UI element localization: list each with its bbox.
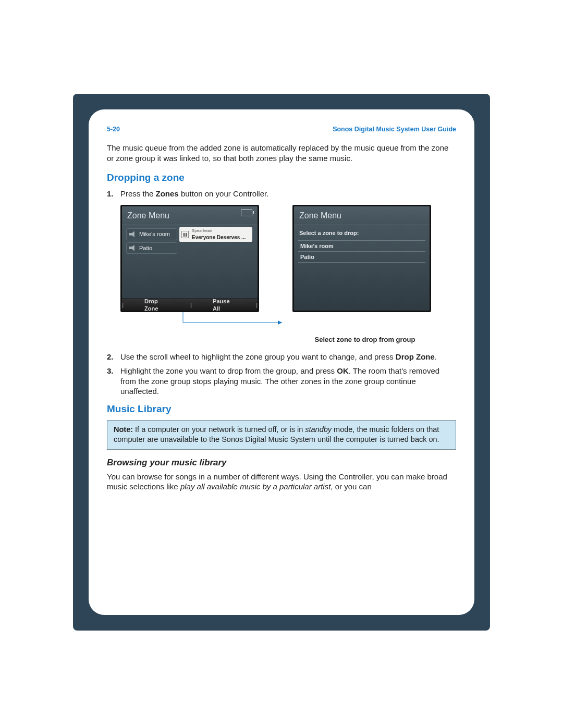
pause-icon: [181, 231, 189, 238]
svg-marker-0: [278, 320, 282, 325]
softkey-pause-all: Pause All: [213, 298, 235, 312]
browse-ital: play all available music by a particular…: [180, 482, 331, 491]
steps-list: 1. Press the Zones button on your Contro…: [107, 189, 456, 199]
step-number: 1.: [107, 189, 114, 199]
battery-icon: [241, 209, 252, 216]
callout-connector: [120, 312, 433, 333]
controller-screenshot-left: Zone Menu Mike's room Patio: [120, 205, 259, 312]
subheading-browsing: Browsing your music library: [107, 457, 456, 468]
screen-title: Zone Menu: [294, 206, 430, 225]
step-text: Press the: [120, 189, 156, 198]
step-1: 1. Press the Zones button on your Contro…: [107, 189, 456, 199]
speaker-icon: [129, 231, 137, 237]
screenshots-area: Zone Menu Mike's room Patio: [107, 205, 456, 344]
softkey-drop-zone: Drop Zone: [144, 298, 169, 312]
step-number: 2.: [107, 352, 114, 362]
browse-paragraph: You can browse for songs in a number of …: [107, 472, 456, 492]
steps-list-cont: 2. Use the scroll wheel to highlight the…: [107, 352, 456, 397]
drop-prompt: Select a zone to drop:: [298, 228, 425, 240]
drop-option: Patio: [298, 251, 425, 263]
step-text-tail: .: [435, 352, 437, 361]
note-label: Note:: [114, 425, 133, 434]
section-heading-dropping: Dropping a zone: [107, 171, 456, 184]
page-content: 5-20 Sonos Digital Music System User Gui…: [89, 109, 474, 615]
guide-title: Sonos Digital Music System User Guide: [333, 125, 456, 133]
step-text: Use the scroll wheel to highlight the zo…: [120, 352, 396, 361]
np-artist: Spearhead: [192, 228, 246, 233]
softkey-bar: | Drop Zone | Pause All |: [122, 299, 258, 311]
browse-post: , or you can: [331, 482, 371, 491]
note-ital: standby: [305, 425, 332, 434]
drop-list: Mike's room Patio: [298, 240, 425, 263]
step-3: 3. Highlight the zone you want to drop f…: [107, 366, 456, 397]
screen-title: Zone Menu: [122, 206, 258, 225]
page-frame: 5-20 Sonos Digital Music System User Gui…: [73, 94, 490, 631]
note-text-pre: If a computer on your network is turned …: [133, 425, 305, 434]
zone-label: Patio: [139, 244, 152, 252]
bold-dropzone: Drop Zone: [396, 352, 435, 361]
controller-screenshot-right: Zone Menu Select a zone to drop: Mike's …: [292, 205, 431, 312]
np-track: Everyone Deserves ...: [192, 235, 246, 240]
note-box: Note: If a computer on your network is t…: [107, 420, 456, 450]
now-playing: Spearhead Everyone Deserves ...: [179, 227, 252, 241]
step-text: Highlight the zone you want to drop from…: [120, 366, 337, 375]
zone-item: Mike's room: [126, 228, 177, 240]
page-header: 5-20 Sonos Digital Music System User Gui…: [107, 125, 456, 133]
page-number: 5-20: [107, 125, 120, 133]
drop-option: Mike's room: [298, 240, 425, 251]
speaker-icon: [129, 245, 137, 251]
step-text-tail: button on your Controller.: [179, 189, 269, 198]
zone-item: Patio: [126, 242, 177, 254]
bold-zones: Zones: [156, 189, 179, 198]
section-heading-library: Music Library: [107, 403, 456, 416]
intro-paragraph: The music queue from the added zone is a…: [107, 143, 456, 163]
step-2: 2. Use the scroll wheel to highlight the…: [107, 352, 456, 362]
zone-label: Mike's room: [139, 230, 170, 238]
screenshot-caption: Select zone to drop from group: [274, 336, 456, 344]
step-number: 3.: [107, 366, 114, 376]
bold-ok: OK: [337, 366, 349, 375]
